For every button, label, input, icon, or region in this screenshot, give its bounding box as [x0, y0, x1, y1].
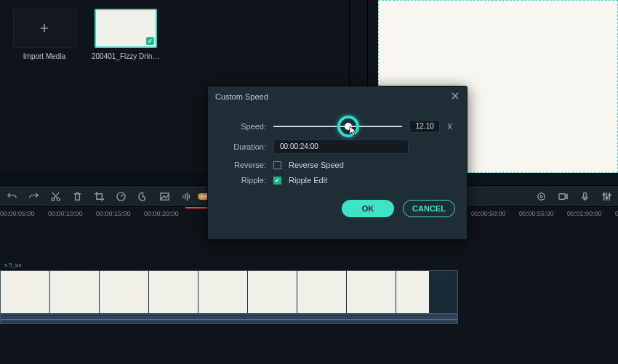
- speed-icon[interactable]: [115, 190, 127, 202]
- reverse-row: Reverse: Reverse Speed: [222, 161, 452, 169]
- svg-rect-7: [583, 192, 586, 198]
- ok-button[interactable]: OK: [342, 200, 394, 217]
- marker-icon[interactable]: [535, 190, 547, 202]
- ruler-tick: 00:01:00:00: [567, 210, 602, 217]
- check-icon: ✔: [146, 37, 154, 45]
- clip-label: 200401_Fizzy Drinks ...: [92, 52, 160, 60]
- ripple-row: Ripple: ✔ Ripple Edit: [222, 176, 452, 185]
- ruler-tick: 00:00:55:00: [519, 210, 554, 217]
- ripple-label: Ripple:: [222, 176, 266, 185]
- speed-unit: X: [447, 123, 452, 131]
- video-clip[interactable]: [0, 270, 458, 314]
- svg-point-5: [540, 195, 542, 198]
- clip-tile[interactable]: ✔ 200401_Fizzy Drinks ...: [95, 9, 157, 173]
- import-media-tile[interactable]: + Import Media: [13, 9, 76, 173]
- green-screen-icon[interactable]: [158, 190, 170, 202]
- record-icon[interactable]: [557, 190, 569, 202]
- plus-icon: +: [13, 9, 76, 48]
- svg-point-4: [537, 193, 544, 199]
- ripple-checkbox-label: Ripple Edit: [289, 176, 327, 185]
- dialog-title: Custom Speed: [215, 92, 268, 101]
- timeline-tracks: s 5_us: [0, 262, 618, 341]
- custom-speed-dialog: Custom Speed Speed: 12.10 X Duration:: [207, 86, 467, 240]
- close-button[interactable]: [451, 92, 460, 102]
- mixer-icon[interactable]: [601, 190, 612, 202]
- speed-row: Speed: 12.10 X: [222, 120, 452, 133]
- mic-icon[interactable]: [579, 190, 590, 202]
- duration-row: Duration: 00:00:24:00: [222, 139, 452, 154]
- ruler-tick: 00:00:50:00: [471, 210, 506, 217]
- reverse-checkbox[interactable]: [273, 161, 281, 169]
- ruler-tick: 00:00:15:00: [96, 210, 131, 217]
- audio-mix-icon[interactable]: [180, 190, 192, 202]
- speed-label: Speed:: [222, 122, 266, 131]
- delete-icon[interactable]: [71, 190, 83, 202]
- cancel-button[interactable]: CANCEL: [403, 200, 455, 217]
- ruler-tick: 00:00:20:00: [144, 210, 179, 217]
- undo-icon[interactable]: [6, 190, 17, 202]
- speed-value-input[interactable]: 12.10: [409, 120, 440, 133]
- speed-slider[interactable]: [273, 121, 402, 132]
- redo-icon[interactable]: [28, 190, 39, 202]
- reverse-label: Reverse:: [222, 161, 266, 169]
- video-editor-app: + Import Media ✔ 200401_Fizzy Drinks ...…: [0, 0, 618, 364]
- cut-icon[interactable]: [49, 190, 61, 202]
- import-media-label: Import Media: [23, 52, 65, 60]
- ripple-checkbox[interactable]: ✔: [273, 177, 281, 185]
- ruler-tick: 00:00:10:00: [48, 210, 83, 217]
- dialog-titlebar: Custom Speed: [208, 86, 467, 108]
- clip-thumbnail: ✔: [95, 9, 157, 48]
- crop-icon[interactable]: [93, 190, 105, 202]
- track-label: s 5_us: [4, 262, 22, 268]
- audio-clip[interactable]: [0, 314, 458, 324]
- duration-input[interactable]: 00:00:24:00: [273, 139, 409, 154]
- reverse-checkbox-label: Reverse Speed: [289, 161, 344, 169]
- dialog-footer: OK CANCEL: [208, 195, 467, 226]
- svg-rect-6: [558, 193, 564, 199]
- cursor-icon: [349, 126, 358, 137]
- color-icon[interactable]: [137, 190, 148, 202]
- ruler-tick: 00:00:05:00: [0, 210, 35, 217]
- duration-label: Duration:: [222, 142, 266, 151]
- ruler-tick: 00:01:05:00: [615, 210, 618, 217]
